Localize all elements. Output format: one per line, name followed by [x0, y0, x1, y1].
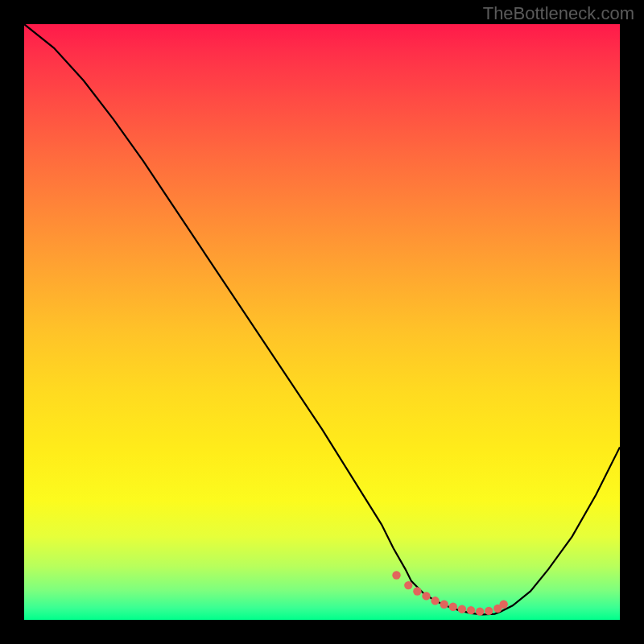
- marker-dot: [431, 597, 439, 605]
- marker-dot: [422, 592, 430, 600]
- marker-dot: [392, 571, 400, 579]
- marker-dot: [413, 587, 421, 595]
- plot-area: [24, 24, 620, 620]
- marker-dot: [449, 603, 457, 611]
- marker-dot: [404, 581, 412, 589]
- marker-dot: [476, 607, 484, 615]
- watermark-text: TheBottleneck.com: [483, 3, 634, 24]
- marker-dot: [500, 601, 508, 609]
- markers-layer: [24, 24, 620, 620]
- marker-dot: [467, 606, 475, 614]
- marker-dot: [485, 607, 493, 615]
- marker-dot: [458, 605, 466, 613]
- optimal-range-markers: [392, 571, 508, 616]
- marker-dot: [440, 601, 448, 609]
